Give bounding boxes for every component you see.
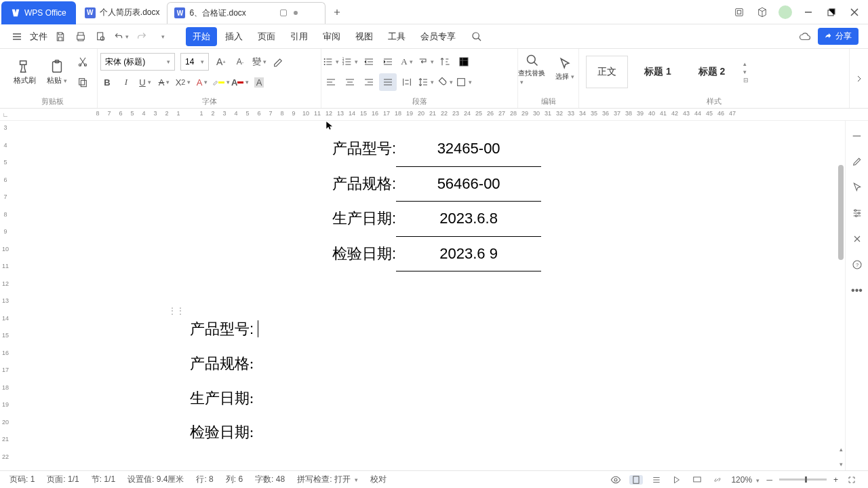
- settings-icon[interactable]: [850, 206, 864, 220]
- distribute-button[interactable]: [398, 73, 416, 91]
- save-icon[interactable]: [53, 29, 68, 44]
- superscript-button[interactable]: X2▾: [174, 73, 192, 91]
- bold-button[interactable]: B: [98, 73, 116, 91]
- menu-ref[interactable]: 引用: [283, 27, 315, 46]
- preview-icon[interactable]: [94, 29, 108, 44]
- cut-button[interactable]: [74, 53, 92, 71]
- tab-close-dot-icon[interactable]: [294, 11, 298, 15]
- highlight-button[interactable]: ▾: [212, 73, 230, 91]
- status-page-no[interactable]: 页码: 1: [9, 474, 35, 485]
- clear-format-button[interactable]: [269, 53, 287, 71]
- show-marks-button[interactable]: [455, 53, 473, 71]
- find-replace-button[interactable]: 查找替换▾: [518, 52, 547, 87]
- align-left-button[interactable]: [322, 73, 340, 91]
- document-tab-2[interactable]: W 6、合格证.docx: [167, 2, 325, 24]
- text-effect-button[interactable]: A▾: [193, 73, 211, 91]
- cloud-icon[interactable]: [797, 29, 812, 44]
- shrink-font-button[interactable]: A-: [231, 53, 249, 71]
- close-button[interactable]: [845, 3, 864, 22]
- shading-button[interactable]: ▾: [436, 73, 454, 91]
- print-icon[interactable]: [73, 29, 88, 44]
- undo-icon[interactable]: ▾: [114, 29, 129, 44]
- styles-expand-icon[interactable]: ⊟: [743, 77, 749, 83]
- italic-button[interactable]: I: [117, 73, 135, 91]
- pencil-icon[interactable]: [850, 155, 864, 168]
- status-row[interactable]: 行: 8: [196, 474, 213, 485]
- menu-insert[interactable]: 插入: [218, 27, 250, 46]
- sort-button[interactable]: [436, 53, 454, 71]
- menu-start[interactable]: 开始: [186, 27, 217, 46]
- zoom-slider[interactable]: [779, 478, 827, 481]
- format-brush-button[interactable]: 格式刷: [10, 52, 39, 92]
- menu-view[interactable]: 视图: [349, 27, 380, 46]
- decrease-indent-button[interactable]: [360, 53, 378, 71]
- increase-indent-button[interactable]: [379, 53, 397, 71]
- tab-window-icon[interactable]: [280, 10, 287, 16]
- new-tab-button[interactable]: [326, 7, 349, 17]
- select-button[interactable]: 选择▾: [551, 52, 579, 87]
- zoom-out-button[interactable]: ─: [766, 475, 772, 485]
- font-name-select[interactable]: 宋体 (标题)▾: [100, 53, 175, 71]
- eye-icon[interactable]: [609, 474, 623, 485]
- status-proof[interactable]: 校对: [370, 474, 387, 485]
- menu-tool[interactable]: 工具: [381, 27, 412, 46]
- menu-page[interactable]: 页面: [251, 27, 282, 46]
- view-reading-icon[interactable]: [670, 475, 684, 485]
- menu-vip[interactable]: 会员专享: [414, 27, 462, 46]
- document-tab-1[interactable]: W 个人简历表.docx: [77, 2, 167, 24]
- cube-icon[interactable]: [753, 3, 772, 22]
- align-justify-button[interactable]: [379, 73, 397, 91]
- scrollbar-thumb[interactable]: [838, 165, 844, 260]
- underline-button[interactable]: U▾: [136, 73, 154, 91]
- font-color-button[interactable]: A▾: [231, 73, 249, 91]
- ribbon-expand-button[interactable]: [849, 49, 868, 108]
- help-icon[interactable]: ?: [850, 258, 864, 271]
- scroll-up-icon[interactable]: ▴: [840, 446, 843, 453]
- field-value[interactable]: 32465-00: [396, 132, 541, 167]
- text-direction-button[interactable]: A▾: [398, 53, 416, 71]
- ruler-horizontal[interactable]: ∟ 87654321123456789101112131415161718192…: [0, 109, 868, 121]
- status-page[interactable]: 页面: 1/1: [47, 474, 79, 485]
- status-words[interactable]: 字数: 48: [255, 474, 285, 485]
- status-position[interactable]: 设置值: 9.4厘米: [127, 474, 184, 485]
- align-right-button[interactable]: [360, 73, 378, 91]
- zoom-level[interactable]: 120% ▾: [731, 475, 760, 485]
- avatar-icon[interactable]: [776, 3, 795, 22]
- font-size-select[interactable]: 14▾: [180, 53, 209, 71]
- view-outline-icon[interactable]: [650, 475, 663, 485]
- hamburger-icon[interactable]: [9, 29, 24, 44]
- more-icon[interactable]: •••: [850, 284, 864, 297]
- styles-up-icon[interactable]: ▴: [743, 60, 749, 67]
- fullscreen-icon[interactable]: [845, 476, 859, 484]
- zoom-in-button[interactable]: +: [833, 475, 838, 485]
- status-section[interactable]: 节: 1/1: [92, 474, 115, 485]
- line-spacing-button[interactable]: ▾: [417, 73, 435, 91]
- redo-icon[interactable]: [134, 29, 149, 44]
- style-heading1[interactable]: 标题 1: [633, 56, 682, 88]
- field-label[interactable]: 生产日期:: [190, 381, 732, 416]
- style-body[interactable]: 正文: [586, 56, 628, 88]
- bullet-list-button[interactable]: ▾: [322, 53, 340, 71]
- app-tab[interactable]: WPS Office: [1, 1, 76, 24]
- share-button[interactable]: 分享: [818, 28, 859, 45]
- field-label[interactable]: 产品规格:: [190, 347, 732, 381]
- field-value[interactable]: 2023.6.8: [396, 202, 541, 237]
- file-menu[interactable]: 文件: [30, 31, 47, 43]
- scroll-down-icon[interactable]: ▾: [840, 461, 843, 468]
- tools-icon[interactable]: [850, 232, 864, 246]
- zoom-minus-icon[interactable]: ─: [850, 129, 864, 143]
- minimize-button[interactable]: [799, 3, 818, 22]
- paste-button[interactable]: 粘贴▾: [43, 52, 71, 92]
- maximize-button[interactable]: [822, 3, 841, 22]
- vertical-scrollbar[interactable]: ▴ ▾: [835, 121, 845, 470]
- document-canvas[interactable]: 产品型号:32465-00 产品规格:56466-00 生产日期:2023.6.…: [11, 121, 835, 470]
- status-spellcheck[interactable]: 拼写检查: 打开 ▾: [297, 474, 358, 485]
- field-label[interactable]: 产品型号:: [190, 320, 254, 337]
- field-value[interactable]: 56466-00: [396, 167, 541, 202]
- styles-down-icon[interactable]: ▾: [743, 69, 749, 75]
- field-label[interactable]: 检验日期:: [190, 415, 732, 450]
- phonetic-button[interactable]: 變▾: [250, 53, 268, 71]
- border-button[interactable]: ▾: [455, 73, 473, 91]
- cursor-select-icon[interactable]: [850, 181, 864, 194]
- link-icon[interactable]: [711, 475, 724, 485]
